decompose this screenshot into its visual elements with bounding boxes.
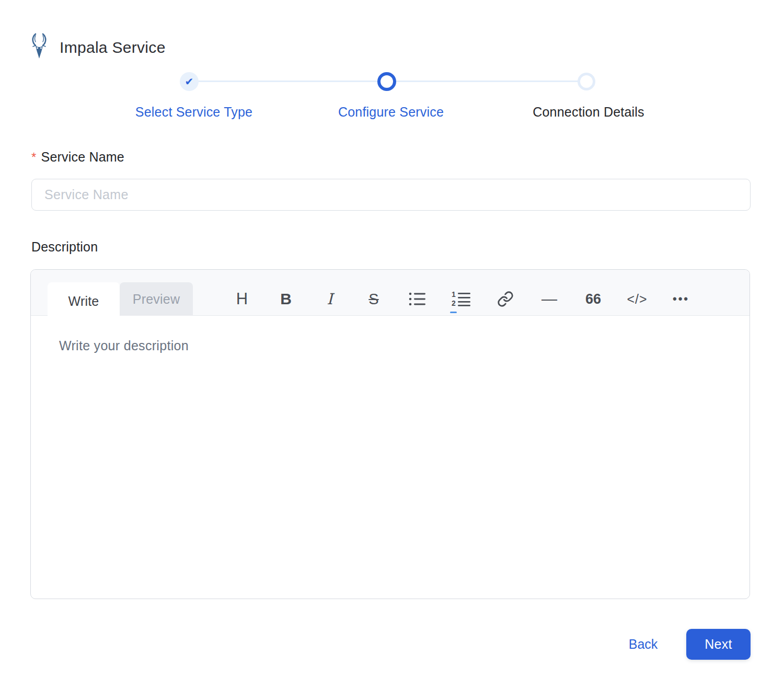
numbered-list-active-indicator: [450, 312, 457, 313]
page-title: Impala Service: [60, 39, 166, 56]
step-indicator-select-service-type: ✔: [180, 72, 199, 91]
numbered-list-icon[interactable]: 1 2: [450, 285, 473, 313]
code-icon[interactable]: </>: [626, 285, 649, 313]
tab-write[interactable]: Write: [48, 282, 120, 320]
service-name-label: *Service Name: [31, 150, 124, 165]
impala-logo-icon: [29, 32, 49, 61]
configure-service-page: Impala Service ✔ Select Service Type Con…: [0, 0, 784, 689]
bulleted-list-icon[interactable]: [406, 285, 429, 313]
editor-toolbar: H B I S: [230, 283, 693, 315]
strikethrough-icon[interactable]: S: [362, 285, 385, 313]
back-button[interactable]: Back: [610, 629, 676, 660]
step-label-select-service-type: Select Service Type: [126, 105, 262, 120]
horizontal-rule-icon[interactable]: —: [538, 285, 561, 313]
heading-icon[interactable]: H: [230, 285, 253, 313]
svg-text:1: 1: [452, 291, 456, 298]
step-indicator-connection-details: [578, 73, 595, 90]
quote-icon[interactable]: 66: [582, 285, 605, 313]
bold-icon[interactable]: B: [274, 285, 297, 313]
link-icon[interactable]: [494, 285, 517, 313]
description-label: Description: [31, 239, 98, 255]
service-name-label-text: Service Name: [41, 150, 124, 164]
step-label-connection-details: Connection Details: [521, 105, 656, 120]
stepper-connector-2: [387, 81, 586, 82]
more-icon[interactable]: •••: [670, 285, 693, 313]
step-indicator-configure-service: [377, 72, 396, 91]
check-icon: ✔: [185, 76, 194, 87]
step-label-configure-service: Configure Service: [323, 105, 459, 120]
next-button[interactable]: Next: [686, 629, 751, 660]
description-editor: Write Preview H B I S: [30, 269, 750, 599]
stepper-connector-1: [189, 81, 387, 82]
italic-icon[interactable]: I: [318, 285, 341, 313]
required-asterisk: *: [31, 150, 37, 164]
svg-text:2: 2: [452, 299, 456, 307]
service-name-input[interactable]: [31, 179, 751, 211]
description-editor-area[interactable]: Write your description: [59, 338, 189, 353]
tab-preview[interactable]: Preview: [120, 282, 193, 316]
